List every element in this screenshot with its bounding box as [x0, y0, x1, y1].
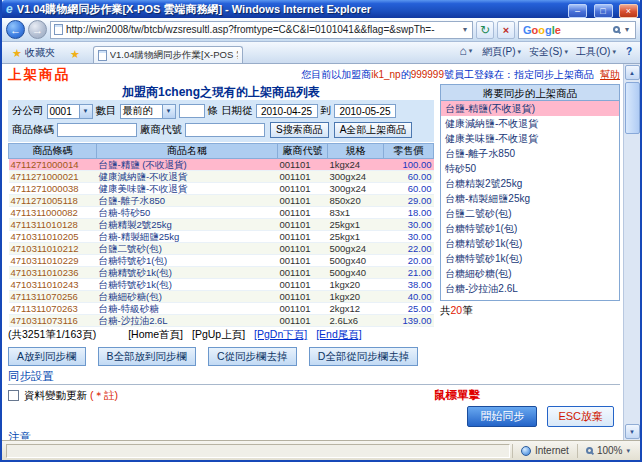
action-button[interactable]: C從同步欄去掉 [208, 347, 297, 366]
forward-button[interactable]: → [28, 20, 47, 39]
table-row[interactable]: 4711271000038健康美味鹽-不收退貨001101300gx2460.0… [9, 183, 434, 195]
sync-list-item[interactable]: 台糖特號砂1k(包) [441, 251, 619, 266]
count-input[interactable] [179, 104, 205, 118]
action-button[interactable]: A放到同步欄 [8, 347, 86, 366]
date-from-input[interactable]: 2010-04-25 [256, 104, 318, 118]
close-button[interactable]: × [619, 4, 638, 18]
all-products-button[interactable]: A全部上架商品 [334, 122, 413, 138]
action-button[interactable]: B全部放到同步欄 [98, 347, 197, 366]
sync-list-item[interactable]: 台鹽-離子水850 [441, 146, 619, 161]
toolbar-menu-item[interactable]: 工具(O)▾ [572, 43, 620, 61]
pagination-end[interactable]: [End尾頁] [316, 328, 362, 342]
cell-price: 38.00 [384, 279, 434, 291]
vendor-label: 廠商代號 [140, 123, 182, 137]
start-sync-button[interactable]: 開始同步 [467, 406, 537, 427]
table-row[interactable]: 4710311010243台糖特號砂1k(包)0011011kgx2038.00 [9, 279, 434, 291]
cell-barcode: 4711271005118 [9, 195, 97, 207]
globe-icon [521, 446, 531, 456]
browser-tab[interactable]: V1.04購物網同步作業[X-POS 雲端商務網] - Windows Inte… [93, 46, 243, 63]
cell-barcode: 4711271000014 [9, 159, 97, 171]
search-products-button[interactable]: S搜索商品 [270, 122, 329, 138]
cell-spec: 1kgx20 [328, 291, 384, 303]
data-update-checkbox[interactable] [8, 390, 19, 401]
address-field[interactable]: http://win2008/tw/btcb/wzsresultl.asp?fr… [50, 21, 473, 39]
help-button[interactable]: ? [622, 44, 636, 59]
favorites-button[interactable]: ★ 收藏夾 [6, 43, 61, 63]
scroll-thumb[interactable] [625, 82, 640, 134]
count-select[interactable]: 最前的 ▼ [120, 104, 176, 119]
scroll-up-button[interactable]: ▲ [625, 65, 640, 80]
checkbox-label: 資料變動更新 [24, 389, 87, 403]
maximize-button[interactable]: □ [594, 4, 613, 18]
table-row[interactable]: 4711271005118台鹽-離子水850001101850x2029.00 [9, 195, 434, 207]
date-to-input[interactable]: 2010-05-25 [334, 104, 396, 118]
cell-spec: 500gx40 [328, 255, 384, 267]
sync-panel: 將要同步的上架商品 台鹽-精鹽(不收退貨)健康減納鹽-不收退貨健康美味鹽-不收退… [440, 84, 620, 343]
search-box[interactable]: Google ▾ [518, 21, 636, 39]
sync-settings-title: 同步設置 [8, 370, 620, 383]
scroll-down-button[interactable]: ▼ [625, 424, 640, 439]
table-row[interactable]: 4711311070263台糖-特級砂糖0011012kgx1225.00 [9, 303, 434, 315]
stop-button[interactable]: × [497, 21, 515, 39]
toolbar-menu-items: 網頁(P)▾安全(S)▾工具(O)▾ [478, 41, 620, 61]
branch-value: 0001 [48, 106, 79, 117]
window-controls: – □ × [566, 0, 638, 18]
table-row[interactable]: 4711311070256台糖細砂糖(包)0011011kgx2040.00 [9, 291, 434, 303]
vertical-scrollbar[interactable]: ▲ ▼ [623, 64, 640, 440]
sync-list-item[interactable]: 台糖特號砂1(包) [441, 221, 619, 236]
search-dropdown-icon[interactable]: ▾ [623, 25, 631, 34]
table-row[interactable]: 4710311010236台糖精號砂1k(包)001101500gx4021.0… [9, 267, 434, 279]
esc-cancel-button[interactable]: ESC放棄 [547, 406, 614, 427]
vendor-input[interactable] [185, 123, 265, 137]
sync-list-item[interactable]: 健康減納鹽-不收退貨 [441, 116, 619, 131]
sync-list-item[interactable]: 台鹽-精鹽(不收退貨) [441, 101, 619, 116]
page-icon [54, 24, 63, 35]
titlebar[interactable]: e V1.04購物網同步作業[X-POS 雲端商務網] - Windows In… [2, 0, 640, 18]
sync-list-item[interactable]: 健康美味鹽-不收退貨 [441, 131, 619, 146]
address-bar: ← → http://win2008/tw/btcb/wzsresultl.as… [2, 18, 640, 42]
toolbar-menu-item[interactable]: 網頁(P)▾ [478, 43, 525, 61]
table-row[interactable]: 4710311073116台糖-沙拉油2.6L0011012.6Lx6139.0… [9, 315, 434, 327]
cell-price: 40.00 [384, 291, 434, 303]
sync-list-item[interactable]: 特砂50 [441, 161, 619, 176]
add-favorite-button[interactable]: ★ [64, 46, 86, 63]
table-row[interactable]: 4711311010128台糖精製2號25kg00110125kgx130.00 [9, 219, 434, 231]
pagination-pgdn[interactable]: [PgDn下頁] [254, 328, 307, 342]
refresh-button[interactable]: ↻ [476, 21, 494, 39]
branch-select[interactable]: 0001 ▼ [47, 104, 93, 119]
login-info: 您目前以加盟商ik1_np的999999號員工登錄在：指定同步上架商品幫助 [301, 68, 620, 82]
search-magnifier-icon[interactable] [613, 26, 620, 33]
pagination-pgup: [PgUp上頁] [192, 328, 245, 342]
zoom-magnifier-icon [586, 447, 593, 454]
back-button[interactable]: ← [6, 20, 25, 39]
count-label: 數目 [96, 104, 117, 118]
sync-count-suffix: 筆 [462, 304, 473, 316]
table-row[interactable]: 4710311010212台鹽二號砂(包)001101500gx2422.00 [9, 243, 434, 255]
table-row[interactable]: 4711271000021健康減納鹽-不收退貨001101300gx2460.0… [9, 171, 434, 183]
table-row[interactable]: 4710311010205台糖-精製細鹽25kg00110125kgx130.0… [9, 231, 434, 243]
sync-list-item[interactable]: 台糖精製2號25kg [441, 176, 619, 191]
barcode-input[interactable] [57, 123, 137, 137]
home-button[interactable]: ⌂ ▾ [455, 43, 476, 59]
sync-list-item[interactable]: 台糖精號砂1k(包) [441, 236, 619, 251]
table-row[interactable]: 4710311010229台糖特號砂1(包)001101500gx4020.00 [9, 255, 434, 267]
action-button[interactable]: D全部從同步欄去掉 [309, 347, 419, 366]
sync-list-item[interactable]: 台糖-精製細鹽25kg [441, 191, 619, 206]
table-row[interactable]: 4711271000014台鹽-精鹽 (不收退貨)0011011kgx24100… [9, 159, 434, 171]
main-area: 加盟商1cheng之現有的上架商品列表 分公司 0001 ▼ 數目 最前的 [8, 84, 620, 343]
back-arrow-icon: ← [10, 24, 21, 36]
product-table-head-row: 商品條碼商品名稱廠商代號規格零售價 [9, 144, 434, 159]
sync-list-item[interactable]: 台糖細砂糖(包) [441, 266, 619, 281]
minimize-button[interactable]: – [568, 4, 587, 18]
settings-buttons: 開始同步 ESC放棄 [8, 406, 620, 427]
sync-list-item[interactable]: 台鹽二號砂(包) [441, 206, 619, 221]
help-link[interactable]: 幫助 [600, 69, 620, 80]
zoom-control[interactable]: 100% ▾ [577, 444, 638, 458]
table-row[interactable]: 4711311000082台糖-特砂5000110183x118.00 [9, 207, 434, 219]
column-header-spec: 規格 [328, 144, 384, 159]
sync-list-item[interactable]: 台糖-沙拉油2.6L [441, 281, 619, 296]
cell-spec: 1kgx20 [328, 279, 384, 291]
toolbar-menu-item[interactable]: 安全(S)▾ [525, 43, 572, 61]
address-dropdown-icon[interactable]: ▾ [461, 25, 469, 34]
cell-barcode: 4711311010128 [9, 219, 97, 231]
